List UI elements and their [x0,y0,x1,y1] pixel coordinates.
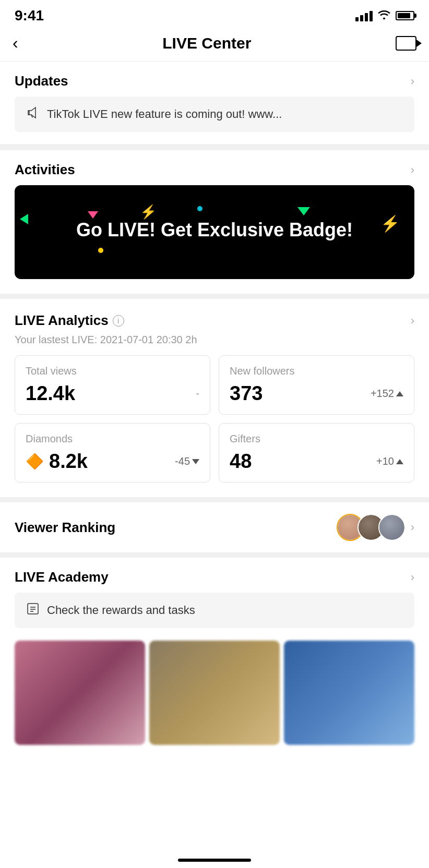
viewer-ranking-chevron-icon: › [411,521,414,534]
activities-banner-text: Go LIVE! Get Exclusive Badge! [76,219,353,241]
thumbnail-2[interactable] [149,641,280,745]
new-followers-label: New followers [230,365,403,377]
academy-chevron-icon: › [411,571,414,584]
arrow-up-icon-2 [396,459,403,464]
academy-header[interactable]: LIVE Academy › [0,558,429,593]
analytics-grid: Total views 12.4k - New followers 373 +1… [0,355,429,497]
status-bar: 9:41 [0,0,429,28]
status-icons [355,9,414,22]
avatar-group [337,514,406,541]
analytics-title: LIVE Analytics [15,312,109,329]
phone-screen: 9:41 ‹ LIVE Center Updates › [0,0,429,868]
activities-section: Activities › ⚡ ⚡ Go LIVE! Get Exclusive … [0,145,429,279]
signal-icon [355,10,373,21]
deco-lightning-2: ⚡ [380,214,400,233]
total-views-card: Total views 12.4k - [15,355,210,415]
academy-banner[interactable]: Check the rewards and tasks [15,593,414,628]
gifters-value: 48 [230,450,252,473]
gifters-value-row: 48 +10 [230,450,403,473]
deco-triangle-green-right [297,207,310,215]
reward-icon [26,602,40,619]
wifi-icon [378,9,390,22]
svg-rect-0 [28,604,38,614]
activities-header[interactable]: Activities › [0,150,429,185]
arrow-down-icon [192,459,199,464]
updates-banner[interactable]: TikTok LIVE new feature is coming out! w… [15,97,414,132]
analytics-section: LIVE Analytics i › Your lastest LIVE: 20… [0,294,429,497]
diamonds-value-row: 🔶 8.2k -45 [26,450,199,473]
updates-title: Updates [15,73,68,89]
total-views-label: Total views [26,365,199,377]
analytics-chevron-icon: › [411,314,414,328]
total-views-change: - [196,388,199,400]
status-time: 9:41 [15,7,44,24]
analytics-subtitle: Your lastest LIVE: 2021-07-01 20:30 2h [0,334,429,355]
deco-dot-blue [197,206,202,211]
diamonds-value: 🔶 8.2k [26,450,88,473]
nav-header: ‹ LIVE Center [0,28,429,62]
total-views-value-row: 12.4k - [26,382,199,405]
activities-banner[interactable]: ⚡ ⚡ Go LIVE! Get Exclusive Badge! [15,185,414,279]
avatar-3 [378,514,406,541]
viewer-ranking-title: Viewer Ranking [15,520,115,536]
arrow-up-icon [396,391,403,396]
academy-section: LIVE Academy › Check the rewards and tas… [0,552,429,745]
total-views-value: 12.4k [26,382,75,405]
new-followers-value-row: 373 +152 [230,382,403,405]
viewer-ranking-section[interactable]: Viewer Ranking › [0,497,429,552]
activities-chevron-icon: › [411,163,414,177]
battery-icon [396,11,414,20]
thumbnail-3[interactable] [284,641,414,745]
diamonds-label: Diamonds [26,433,199,445]
updates-header[interactable]: Updates › [0,62,429,97]
home-indicator [178,859,251,862]
deco-triangle-pink [88,211,98,219]
diamonds-card: Diamonds 🔶 8.2k -45 [15,423,210,483]
updates-section: Updates › TikTok LIVE new feature is com… [0,62,429,145]
gifters-label: Gifters [230,433,403,445]
deco-triangle-green-left [20,214,28,224]
diamond-icon: 🔶 [26,453,44,470]
updates-chevron-icon: › [411,75,414,88]
new-followers-value: 373 [230,382,263,405]
ranking-right: › [337,514,414,541]
updates-banner-text: TikTok LIVE new feature is coming out! w… [47,107,282,121]
deco-lightning-1: ⚡ [140,204,157,220]
video-camera-icon[interactable] [396,36,416,51]
megaphone-icon [26,106,40,123]
info-icon[interactable]: i [113,315,124,327]
analytics-header[interactable]: LIVE Analytics i › [0,301,429,334]
new-followers-change: +152 [371,388,403,400]
deco-dot-yellow [98,248,103,253]
diamonds-change: -45 [175,455,199,467]
thumbnail-grid [0,641,429,745]
thumbnail-1[interactable] [15,641,145,745]
gifters-card: Gifters 48 +10 [219,423,414,483]
academy-title: LIVE Academy [15,569,109,585]
activities-title: Activities [15,162,75,178]
new-followers-card: New followers 373 +152 [219,355,414,415]
academy-banner-text: Check the rewards and tasks [47,604,195,617]
gifters-change: +10 [376,455,403,467]
back-button[interactable]: ‹ [13,33,18,53]
analytics-title-group: LIVE Analytics i [15,312,124,329]
page-title: LIVE Center [162,34,251,52]
